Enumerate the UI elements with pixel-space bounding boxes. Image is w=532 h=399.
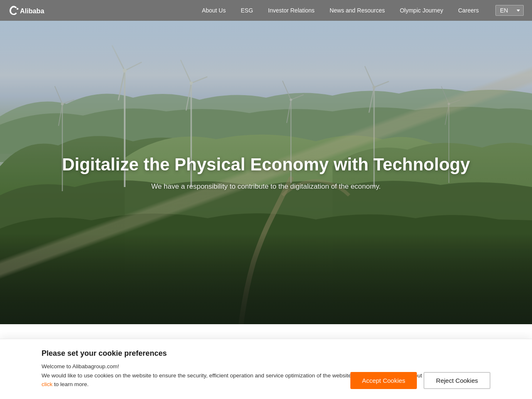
svg-line-24 [441,86,449,104]
nav-links: About Us ESG Investor Relations News and… [202,7,479,14]
nav-link-investor-relations[interactable]: Investor Relations [268,7,315,14]
svg-point-0 [17,8,18,10]
svg-line-6 [118,71,125,100]
hero-content: Digitalize the Physical Economy with Tec… [53,154,479,191]
svg-point-17 [290,99,292,101]
svg-line-29 [55,86,62,104]
svg-line-16 [287,100,291,123]
svg-line-20 [374,81,389,87]
svg-point-7 [123,69,127,73]
svg-line-9 [181,60,191,83]
svg-point-12 [190,81,193,85]
nav-link-esg[interactable]: ESG [241,7,253,14]
svg-line-4 [112,46,125,71]
accept-cookies-button[interactable]: Accept Cookies [350,372,417,389]
logo-area: Alibaba [8,5,57,16]
svg-text:Alibaba: Alibaba [20,7,44,15]
svg-line-30 [62,100,74,104]
nav-item-careers[interactable]: Careers [458,7,479,14]
svg-line-15 [291,95,303,100]
nav-item-esg[interactable]: ESG [241,7,253,14]
svg-line-25 [449,100,461,104]
svg-line-5 [125,62,141,71]
hero-subtitle: We have a responsibility to contribute t… [53,182,479,191]
svg-line-26 [445,104,449,125]
nav-link-about-us[interactable]: About Us [202,7,226,14]
hero-section: Digitalize the Physical Economy with Tec… [0,21,532,324]
hero-title: Digitalize the Physical Economy with Tec… [53,154,479,175]
reject-cookies-button[interactable]: Reject Cookies [424,372,490,389]
cookie-banner: Please set your cookie preferences Welco… [0,339,532,399]
nav-item-news-and-resources[interactable]: News and Resources [330,7,385,14]
nav-item-investor-relations[interactable]: Investor Relations [268,7,315,14]
svg-line-21 [369,87,374,112]
cookie-buttons: Accept Cookies Reject Cookies [350,372,490,389]
nav-item-olympic-journey[interactable]: Olympic Journey [400,7,443,14]
alibaba-logo: Alibaba [8,5,57,16]
svg-point-22 [372,86,376,89]
navbar: Alibaba About Us ESG Investor Relations … [0,0,532,21]
cookie-title: Please set your cookie preferences [42,349,490,358]
nav-link-careers[interactable]: Careers [458,7,479,14]
svg-line-11 [186,83,191,110]
cookie-line1: Welcome to Alibabagroup.com! [42,363,119,369]
language-selector[interactable]: EN 中文 [495,5,524,16]
svg-line-19 [365,66,374,87]
svg-line-31 [59,104,62,126]
nav-link-olympic-journey[interactable]: Olympic Journey [400,7,443,14]
nav-item-about-us[interactable]: About Us [202,7,226,14]
nav-link-news-and-resources[interactable]: News and Resources [330,7,385,14]
svg-line-14 [283,81,291,100]
svg-line-10 [191,77,207,83]
language-select[interactable]: EN 中文 [495,5,524,16]
cookie-line3: to learn more. [54,381,89,387]
svg-point-32 [61,103,64,106]
cookie-learn-more-link[interactable]: click [42,381,52,387]
svg-point-27 [448,103,450,105]
